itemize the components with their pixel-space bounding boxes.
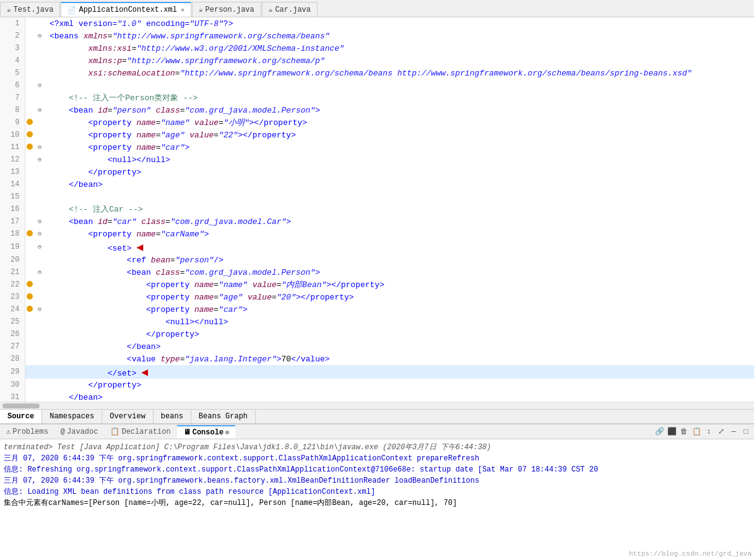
line-number: 3 (0, 42, 25, 54)
code-line-content: <set> ◀ (45, 240, 754, 254)
breakpoint-dot (27, 119, 33, 125)
console-tab-console[interactable]: 🖥 Console ⊗ (177, 425, 235, 438)
fold-indicator[interactable]: ⊖ (35, 303, 45, 316)
tab-appctx-xml[interactable]: 📄 ApplicationContext.xml ✕ (61, 2, 191, 17)
bottom-tab-source[interactable]: Source (0, 410, 42, 423)
tab-close-icon[interactable]: ✕ (181, 6, 184, 14)
java-icon: ☕ (199, 6, 203, 14)
code-line-content: <property name="age" value="22"></proper… (45, 129, 754, 141)
console-tab-declaration[interactable]: 📋 Declaration (104, 426, 176, 437)
bottom-tab-namespaces[interactable]: Namespaces (42, 410, 102, 423)
console-link-icon: ⊗ (225, 429, 229, 436)
maximize-icon[interactable]: □ (740, 426, 752, 437)
code-line-content: <beans xmlns="http://www.springframework… (45, 30, 754, 42)
breakpoint-col (25, 67, 35, 79)
code-line-content: </property> (45, 328, 754, 340)
tab-person-java[interactable]: ☕ Person.java (192, 2, 261, 17)
fold-indicator (35, 191, 45, 203)
line-number: 13 (0, 166, 25, 178)
editor-area: 1<?xml version="1.0" encoding="UTF-8"?>2… (0, 17, 754, 424)
code-line-content: <property name="car"> (45, 141, 754, 153)
tab-label: Test.java (14, 6, 54, 14)
tab-car-java[interactable]: ☕ Car.java (262, 2, 318, 17)
fold-indicator[interactable]: ⊖ (35, 141, 45, 153)
fold-indicator[interactable]: ⊖ (35, 266, 45, 278)
line-number: 24 (0, 303, 25, 316)
fold-indicator (35, 291, 45, 303)
code-view[interactable]: 1<?xml version="1.0" encoding="UTF-8"?>2… (0, 17, 754, 402)
minimize-icon[interactable]: — (728, 426, 739, 437)
console-tab-problems[interactable]: ⚠ Problems (0, 426, 54, 437)
breakpoint-col (25, 17, 35, 30)
line-number: 28 (0, 353, 25, 365)
fold-indicator[interactable]: ⊖ (35, 240, 45, 254)
breakpoint-col (25, 316, 35, 328)
bottom-tab-overview[interactable]: Overview (102, 410, 154, 423)
console-line: 信息: Loading XML bean definitions from cl… (4, 486, 750, 498)
console-line: 三月 07, 2020 6:44:39 下午 org.springframewo… (4, 453, 750, 464)
tab-label: Person.java (206, 6, 254, 14)
code-line-content: <bean class="com.grd_java.model.Person"> (45, 266, 754, 278)
breakpoint-dot (27, 281, 33, 287)
line-number: 23 (0, 291, 25, 303)
scrollbar-thumb[interactable] (2, 403, 40, 408)
fold-indicator (35, 379, 45, 391)
horizontal-scrollbar[interactable] (0, 402, 754, 409)
breakpoint-col (25, 391, 35, 402)
expand-icon[interactable]: ⤢ (716, 426, 727, 437)
stop-icon[interactable]: ⬛ (666, 426, 677, 437)
line-number: 15 (0, 191, 25, 203)
fold-indicator (35, 365, 45, 379)
console-label: Console (193, 428, 223, 437)
bottom-tab-beans[interactable]: beans (154, 410, 191, 423)
problems-label: Problems (12, 428, 48, 436)
copy-icon[interactable]: 📋 (691, 426, 702, 437)
tab-test-java[interactable]: ☕ Test.java (0, 2, 60, 17)
line-number: 19 (0, 240, 25, 254)
tab-label: ApplicationContext.xml (79, 6, 176, 14)
breakpoint-col (25, 228, 35, 240)
link-icon[interactable]: 🔗 (654, 426, 665, 437)
console-tab-bar-wrapper: ⚠ Problems @ Javadoc 📋 Declaration 🖥 Con… (0, 425, 754, 438)
console-icon: 🖥 (183, 428, 191, 437)
code-table: 1<?xml version="1.0" encoding="UTF-8"?>2… (0, 17, 754, 402)
breakpoint-col (25, 178, 35, 191)
bottom-tab-beans-graph[interactable]: Beans Graph (191, 410, 256, 423)
breakpoint-dot (27, 293, 33, 299)
code-line-content: </bean> (45, 391, 754, 402)
code-line-content: <property name="name" value="小明"></prope… (45, 116, 754, 129)
code-line-content: <!-- 注入Car --> (45, 203, 754, 215)
line-number: 16 (0, 203, 25, 215)
line-number: 2 (0, 30, 25, 42)
java-icon: ☕ (7, 6, 11, 14)
terminated-line: terminated> Test [Java Application] C:\P… (4, 442, 750, 453)
line-number: 11 (0, 141, 25, 153)
clear-icon[interactable]: 🗑 (678, 426, 690, 437)
line-number: 27 (0, 340, 25, 353)
fold-indicator[interactable]: ⊖ (35, 228, 45, 240)
line-number: 20 (0, 254, 25, 266)
line-number: 21 (0, 266, 25, 278)
scroll-icon[interactable]: ↕ (703, 426, 714, 437)
console-tab-javadoc[interactable]: @ Javadoc (54, 426, 105, 437)
fold-indicator[interactable]: ⊖ (35, 153, 45, 166)
breakpoint-col (25, 328, 35, 340)
fold-indicator[interactable]: ⊖ (35, 79, 45, 92)
fold-indicator[interactable]: ⊖ (35, 215, 45, 228)
code-line-content: </property> (45, 379, 754, 391)
code-line-content: <property name="age" value="20"></proper… (45, 291, 754, 303)
code-line-content (45, 79, 754, 92)
line-number: 9 (0, 116, 25, 129)
breakpoint-col (25, 240, 35, 254)
line-number: 8 (0, 104, 25, 116)
line-number: 7 (0, 92, 25, 104)
fold-indicator[interactable]: ⊖ (35, 104, 45, 116)
declaration-label: Declaration (121, 428, 170, 436)
fold-indicator (35, 92, 45, 104)
breakpoint-col (25, 92, 35, 104)
line-number: 1 (0, 17, 25, 30)
breakpoint-dot (27, 131, 33, 137)
breakpoint-dot (27, 306, 33, 312)
breakpoint-col (25, 303, 35, 316)
fold-indicator[interactable]: ⊖ (35, 30, 45, 42)
